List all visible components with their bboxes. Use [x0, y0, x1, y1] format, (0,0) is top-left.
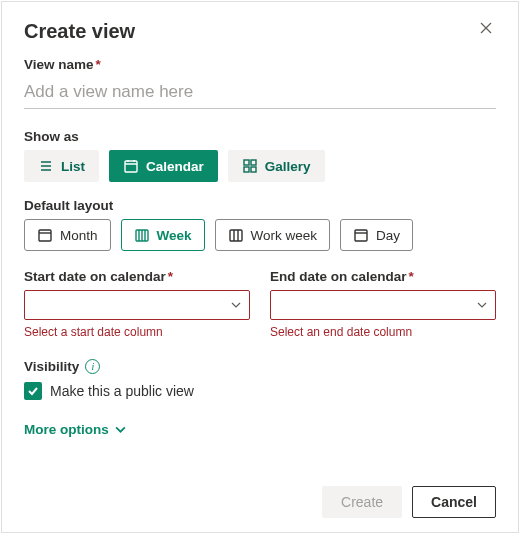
- layout-option-label: Work week: [251, 228, 318, 243]
- create-view-dialog: Create view View name* Show as List Cale…: [1, 1, 519, 533]
- end-date-label: End date on calendar*: [270, 269, 496, 284]
- week-icon: [134, 227, 150, 243]
- show-as-option-label: Gallery: [265, 159, 311, 174]
- show-as-section: Show as List Calendar Gallery: [24, 129, 496, 182]
- default-layout-label: Default layout: [24, 198, 496, 213]
- default-layout-options: Month Week Work week Day: [24, 219, 496, 251]
- end-date-field: End date on calendar* Select an end date…: [270, 269, 496, 339]
- show-as-option-label: Calendar: [146, 159, 204, 174]
- show-as-gallery[interactable]: Gallery: [228, 150, 325, 182]
- info-icon[interactable]: i: [85, 359, 100, 374]
- svg-rect-0: [125, 161, 137, 172]
- public-view-row: Make this a public view: [24, 382, 496, 400]
- dialog-title: Create view: [24, 20, 135, 43]
- layout-option-label: Week: [157, 228, 192, 243]
- layout-option-label: Day: [376, 228, 400, 243]
- more-options-toggle[interactable]: More options: [24, 422, 496, 437]
- close-button[interactable]: [476, 18, 496, 41]
- view-name-input[interactable]: [24, 78, 496, 109]
- dialog-header: Create view: [24, 18, 496, 57]
- list-icon: [38, 158, 54, 174]
- day-icon: [353, 227, 369, 243]
- layout-option-label: Month: [60, 228, 98, 243]
- start-date-error: Select a start date column: [24, 325, 250, 339]
- show-as-label: Show as: [24, 129, 496, 144]
- visibility-label-row: Visibility i: [24, 359, 496, 374]
- svg-rect-4: [251, 167, 256, 172]
- create-button[interactable]: Create: [322, 486, 402, 518]
- svg-rect-3: [244, 167, 249, 172]
- end-date-dropdown[interactable]: [270, 290, 496, 320]
- view-name-field: View name*: [24, 57, 496, 109]
- layout-week[interactable]: Week: [121, 219, 205, 251]
- chevron-down-icon: [231, 300, 241, 310]
- layout-day[interactable]: Day: [340, 219, 413, 251]
- visibility-label: Visibility: [24, 359, 79, 374]
- start-date-field: Start date on calendar* Select a start d…: [24, 269, 250, 339]
- svg-rect-2: [251, 160, 256, 165]
- default-layout-section: Default layout Month Week Work week Day: [24, 198, 496, 251]
- gallery-icon: [242, 158, 258, 174]
- show-as-list[interactable]: List: [24, 150, 99, 182]
- show-as-calendar[interactable]: Calendar: [109, 150, 218, 182]
- show-as-option-label: List: [61, 159, 85, 174]
- show-as-options: List Calendar Gallery: [24, 150, 496, 182]
- svg-rect-8: [355, 230, 367, 241]
- month-icon: [37, 227, 53, 243]
- svg-rect-1: [244, 160, 249, 165]
- end-date-error: Select an end date column: [270, 325, 496, 339]
- chevron-down-icon: [115, 424, 126, 435]
- start-date-dropdown[interactable]: [24, 290, 250, 320]
- public-view-checkbox[interactable]: [24, 382, 42, 400]
- cancel-button[interactable]: Cancel: [412, 486, 496, 518]
- layout-month[interactable]: Month: [24, 219, 111, 251]
- more-options-label: More options: [24, 422, 109, 437]
- check-icon: [27, 385, 39, 397]
- visibility-section: Visibility i Make this a public view: [24, 359, 496, 400]
- dialog-footer: Create Cancel: [322, 486, 496, 518]
- close-icon: [478, 20, 494, 36]
- layout-workweek[interactable]: Work week: [215, 219, 331, 251]
- workweek-icon: [228, 227, 244, 243]
- start-date-label: Start date on calendar*: [24, 269, 250, 284]
- public-view-label: Make this a public view: [50, 383, 194, 399]
- svg-rect-7: [230, 230, 242, 241]
- chevron-down-icon: [477, 300, 487, 310]
- view-name-label: View name*: [24, 57, 496, 72]
- svg-rect-5: [39, 230, 51, 241]
- date-columns: Start date on calendar* Select a start d…: [24, 269, 496, 339]
- calendar-icon: [123, 158, 139, 174]
